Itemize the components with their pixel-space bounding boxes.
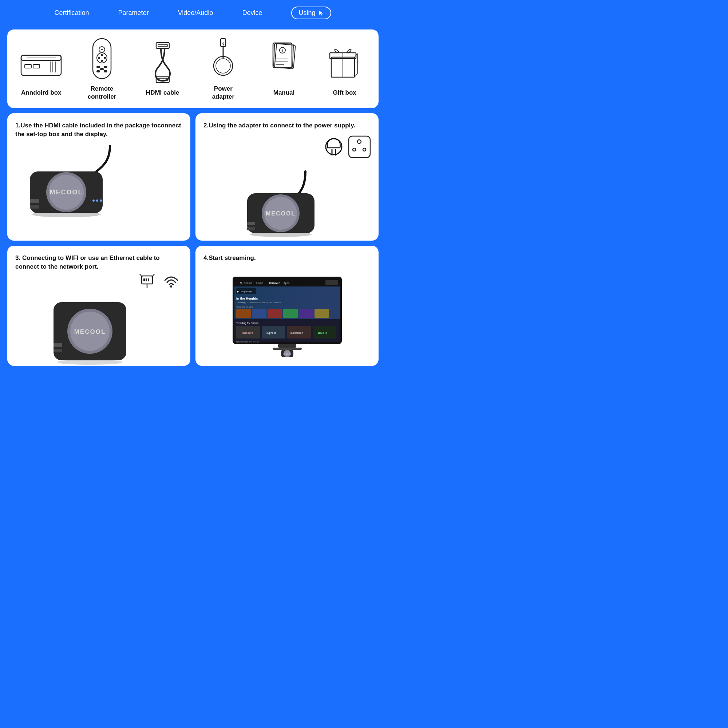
item-remote: Remote controller xyxy=(73,37,131,101)
item-hdmi: HDMI cable xyxy=(134,41,191,97)
svg-text:insecure: insecure xyxy=(242,332,253,334)
svg-rect-68 xyxy=(247,222,255,225)
step3-image: MECOOL xyxy=(15,275,182,366)
manual-label: Manual xyxy=(273,89,295,97)
svg-rect-3 xyxy=(33,64,40,68)
svg-text:Trending | Turn up the volume : Trending | Turn up the volume on your dr… xyxy=(236,301,281,304)
nav-device[interactable]: Device xyxy=(242,9,262,17)
svg-point-29 xyxy=(216,59,230,73)
svg-text:succession: succession xyxy=(291,332,303,334)
svg-point-12 xyxy=(101,54,103,56)
item-android-box: Anndoird box xyxy=(12,41,70,97)
main-content: Anndoird box xyxy=(0,26,386,373)
step3-panel: 3. Connecting to WIFI or use an Ethernet… xyxy=(7,246,190,366)
svg-rect-2 xyxy=(25,64,31,68)
svg-rect-51 xyxy=(30,199,39,203)
giftbox-icon xyxy=(323,41,367,84)
svg-point-14 xyxy=(98,57,100,59)
svg-point-54 xyxy=(96,199,98,202)
svg-point-56 xyxy=(32,211,101,217)
svg-point-70 xyxy=(250,232,312,237)
manual-icon: i xyxy=(262,41,306,84)
svg-rect-93 xyxy=(326,280,338,285)
svg-rect-102 xyxy=(252,309,266,318)
svg-rect-19 xyxy=(104,70,107,72)
svg-point-55 xyxy=(100,199,102,202)
svg-text:Home: Home xyxy=(256,282,263,284)
svg-rect-83 xyxy=(54,343,62,347)
svg-text:▶ Google Play: ▶ Google Play xyxy=(237,291,252,293)
svg-rect-118 xyxy=(273,348,302,350)
nav-parameter[interactable]: Parameter xyxy=(118,9,149,17)
power-label: Power adapter xyxy=(212,85,234,101)
svg-text:In the Heights: In the Heights xyxy=(236,297,258,300)
item-power: Power adapter xyxy=(194,37,252,101)
power-icon xyxy=(201,37,245,80)
step4-image: 🔍 Search Home Discover Apps ▶ Google Pla… xyxy=(203,266,370,366)
svg-rect-105 xyxy=(299,309,314,318)
item-manual: i Manual xyxy=(255,41,313,97)
nav-using[interactable]: Using xyxy=(291,6,331,19)
svg-rect-20 xyxy=(100,68,104,70)
step3-text: 3. Connecting to WIFI or use an Ethernet… xyxy=(15,254,182,271)
svg-text:Top picks for you: Top picks for you xyxy=(236,306,252,308)
svg-rect-17 xyxy=(104,66,107,68)
svg-text:MECOOL: MECOOL xyxy=(283,353,292,355)
svg-text:MECOOL: MECOOL xyxy=(74,328,106,335)
step2-panel: 2.Using the adapter to connect to the po… xyxy=(196,113,379,241)
remote-label: Remote controller xyxy=(88,85,116,101)
nav-certification[interactable]: Certification xyxy=(55,9,89,17)
svg-rect-84 xyxy=(54,349,62,352)
svg-rect-18 xyxy=(96,70,100,72)
svg-rect-22 xyxy=(158,44,167,47)
svg-point-28 xyxy=(214,57,232,75)
svg-text:Discover: Discover xyxy=(269,282,280,284)
giftbox-label: Gift box xyxy=(333,89,356,97)
svg-rect-8 xyxy=(93,38,111,79)
svg-text:Trending TV Shows: Trending TV Shows xyxy=(236,322,259,325)
step1-text: 1.Use the HDMI cable included in the pac… xyxy=(15,121,182,139)
hdmi-icon xyxy=(141,41,185,84)
svg-marker-26 xyxy=(222,42,225,47)
svg-point-85 xyxy=(57,359,123,365)
steps-row-1: 1.Use the HDMI cable included in the pac… xyxy=(7,113,379,241)
svg-point-15 xyxy=(104,57,106,59)
top-navigation: Certification Parameter Video/Audio Devi… xyxy=(0,0,386,26)
step2-text: 2.Using the adapter to connect to the po… xyxy=(203,121,370,130)
steps-row-2: 3. Connecting to WIFI or use an Ethernet… xyxy=(7,246,379,366)
svg-rect-69 xyxy=(247,227,255,230)
svg-text:Apps: Apps xyxy=(284,282,289,284)
hdmi-label: HDMI cable xyxy=(146,89,179,97)
item-giftbox: Gift box xyxy=(316,41,373,97)
svg-rect-16 xyxy=(96,66,100,68)
svg-rect-106 xyxy=(315,309,329,318)
svg-text:MECOOL: MECOOL xyxy=(265,210,295,217)
remote-icon xyxy=(80,37,124,80)
step1-image: MECOOL xyxy=(15,142,182,241)
svg-rect-52 xyxy=(30,205,39,209)
step2-image: MECOOL xyxy=(203,134,370,241)
svg-text:i: i xyxy=(282,49,283,53)
step4-text: 4.Start streaming. xyxy=(203,254,370,262)
android-box-label: Anndoird box xyxy=(21,89,61,97)
svg-rect-101 xyxy=(236,309,251,318)
svg-text:New movies and shows: New movies and shows xyxy=(236,341,259,343)
svg-point-10 xyxy=(101,49,102,50)
android-box-icon xyxy=(19,41,63,84)
svg-point-53 xyxy=(92,199,95,202)
svg-text:🔍 Search: 🔍 Search xyxy=(240,281,252,284)
step4-panel: 4.Start streaming. 🔍 Search Home Discove… xyxy=(196,246,379,366)
package-items-grid: Anndoird box xyxy=(7,29,379,108)
svg-point-13 xyxy=(101,60,103,62)
svg-rect-117 xyxy=(278,344,296,348)
svg-text:euphoria: euphoria xyxy=(266,332,276,335)
cursor-icon xyxy=(318,10,324,16)
nav-videoaudio[interactable]: Video/Audio xyxy=(178,9,213,17)
svg-rect-104 xyxy=(283,309,298,318)
step1-panel: 1.Use the HDMI cable included in the pac… xyxy=(7,113,190,241)
svg-text:BARRY: BARRY xyxy=(318,332,327,334)
svg-rect-103 xyxy=(268,309,282,318)
svg-text:MECOOL: MECOOL xyxy=(50,188,83,196)
